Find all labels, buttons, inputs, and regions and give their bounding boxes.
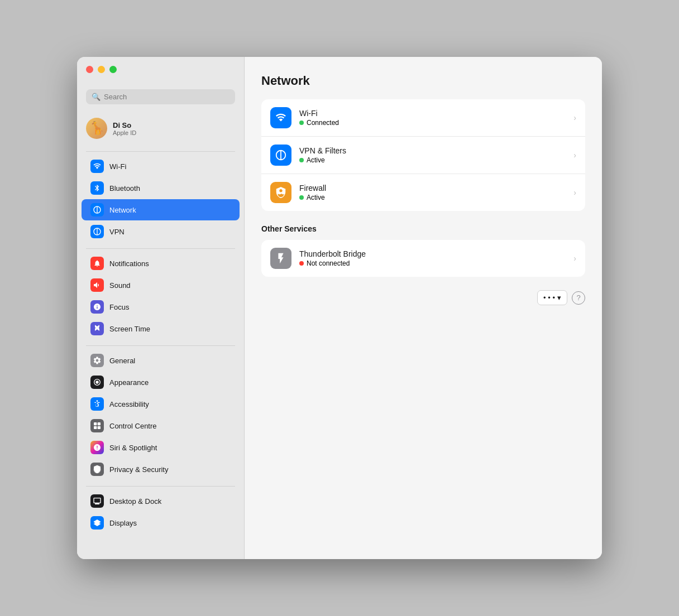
other-services-label: Other Services [261, 224, 585, 233]
sidebar: 🔍 🦒 Di So Apple ID Wi-Fi [77, 57, 245, 559]
vpn-service-icon [270, 145, 291, 166]
help-button-label: ? [576, 293, 580, 302]
sidebar-item-label-bluetooth: Bluetooth [109, 184, 140, 192]
wifi-status: Connected [299, 119, 566, 127]
wifi-status-dot [299, 121, 304, 125]
bottom-controls: • • • ▾ ? [261, 290, 585, 305]
divider-4 [86, 486, 235, 487]
firewall-info: Firewall Active [299, 184, 566, 201]
thunderbolt-status: Not connected [299, 259, 566, 267]
firewall-status: Active [299, 194, 566, 201]
sidebar-item-label-siri: Siri & Spotlight [109, 444, 157, 452]
vpn-icon [90, 225, 104, 238]
sidebar-group-system: General Appearance Acces [77, 349, 244, 480]
thunderbolt-icon [270, 248, 291, 269]
sidebar-item-label-displays: Displays [109, 519, 137, 527]
thunderbolt-chevron-icon: › [573, 254, 576, 263]
sidebar-item-privacy[interactable]: Privacy & Security [82, 459, 240, 480]
sidebar-item-label-notifications: Notifications [109, 259, 149, 268]
sidebar-item-siri[interactable]: Siri & Spotlight [82, 437, 240, 458]
sidebar-item-label-accessibility: Accessibility [109, 400, 149, 408]
network-item-vpn[interactable]: VPN & Filters Active › [261, 137, 585, 174]
svg-point-2 [97, 400, 98, 402]
sidebar-item-label-desktop: Desktop & Dock [109, 497, 161, 506]
sidebar-item-notifications[interactable]: Notifications [82, 253, 240, 274]
vpn-status-dot [299, 158, 304, 162]
vpn-info: VPN & Filters Active [299, 146, 566, 164]
maximize-button[interactable] [109, 66, 117, 73]
network-item-wifi[interactable]: Wi-Fi Connected › [261, 99, 585, 137]
notifications-icon [90, 257, 104, 270]
firewall-icon [270, 182, 291, 203]
search-input[interactable] [104, 93, 229, 101]
chevron-down-icon: ▾ [557, 293, 561, 302]
wifi-info: Wi-Fi Connected [299, 109, 566, 127]
sidebar-item-desktop[interactable]: Desktop & Dock [82, 490, 240, 512]
sidebar-item-displays[interactable]: Displays [82, 512, 240, 533]
vpn-name: VPN & Filters [299, 146, 566, 155]
user-section[interactable]: 🦒 Di So Apple ID [77, 113, 244, 148]
sidebar-item-focus[interactable]: Focus [82, 296, 240, 317]
sidebar-item-sound[interactable]: Sound [82, 275, 240, 296]
system-settings-window: 🔍 🦒 Di So Apple ID Wi-Fi [77, 57, 602, 559]
firewall-chevron-icon: › [573, 188, 576, 197]
help-button[interactable]: ? [572, 291, 585, 305]
svg-rect-4 [98, 422, 101, 425]
screentime-icon [90, 322, 104, 335]
sidebar-item-bluetooth[interactable]: Bluetooth [82, 177, 240, 199]
sidebar-item-label-appearance: Appearance [109, 378, 149, 387]
displays-icon [90, 516, 104, 530]
firewall-name: Firewall [299, 184, 566, 192]
sidebar-item-network[interactable]: Network [82, 199, 240, 220]
sidebar-item-wifi[interactable]: Wi-Fi [82, 156, 240, 177]
privacy-icon [90, 463, 104, 476]
more-button[interactable]: • • • ▾ [537, 290, 567, 305]
avatar: 🦒 [86, 118, 107, 139]
more-button-label: • • • [543, 293, 555, 302]
user-subtitle: Apple ID [113, 129, 136, 136]
sound-icon [90, 278, 104, 292]
bluetooth-icon [90, 181, 104, 195]
siri-icon [90, 441, 104, 454]
wifi-service-icon [270, 107, 291, 128]
sidebar-item-vpn[interactable]: VPN [82, 221, 240, 242]
minimize-button[interactable] [98, 66, 105, 73]
sidebar-item-label-network: Network [109, 206, 136, 214]
sidebar-item-label-controlcentre: Control Centre [109, 422, 157, 430]
sidebar-item-label-general: General [109, 357, 135, 365]
sidebar-item-controlcentre[interactable]: Control Centre [82, 415, 240, 436]
controlcentre-icon [90, 419, 104, 432]
sidebar-group-personal: Notifications Sound Focus [77, 252, 244, 340]
sidebar-item-screentime[interactable]: Screen Time [82, 318, 240, 339]
svg-rect-5 [94, 426, 97, 429]
search-icon: 🔍 [92, 93, 101, 101]
sidebar-item-label-vpn: VPN [109, 228, 125, 236]
sidebar-item-label-screentime: Screen Time [109, 325, 150, 333]
sidebar-item-general[interactable]: General [82, 350, 240, 371]
sidebar-item-label-privacy: Privacy & Security [109, 465, 168, 474]
search-bar[interactable]: 🔍 [86, 89, 235, 104]
sidebar-group-network: Wi-Fi Bluetooth Network [77, 155, 244, 243]
user-info: Di So Apple ID [113, 121, 136, 136]
wifi-chevron-icon: › [573, 113, 576, 122]
network-item-thunderbolt[interactable]: Thunderbolt Bridge Not connected › [261, 240, 585, 277]
focus-icon [90, 300, 104, 314]
divider-3 [86, 345, 235, 346]
close-button[interactable] [86, 66, 93, 73]
sidebar-item-accessibility[interactable]: Accessibility [82, 393, 240, 415]
main-content: Network Wi-Fi Connected › [245, 57, 602, 559]
divider-1 [86, 151, 235, 152]
svg-rect-6 [98, 426, 101, 429]
network-item-firewall[interactable]: Firewall Active › [261, 174, 585, 211]
sidebar-item-label-wifi: Wi-Fi [109, 162, 126, 171]
other-services-list: Thunderbolt Bridge Not connected › [261, 240, 585, 277]
thunderbolt-name: Thunderbolt Bridge [299, 249, 566, 258]
user-name: Di So [113, 121, 136, 129]
sidebar-group-display: Desktop & Dock Displays [77, 490, 244, 534]
thunderbolt-status-dot [299, 261, 304, 266]
divider-2 [86, 248, 235, 249]
sidebar-item-appearance[interactable]: Appearance [82, 372, 240, 393]
thunderbolt-info: Thunderbolt Bridge Not connected [299, 249, 566, 267]
page-title: Network [261, 74, 585, 88]
thunderbolt-status-text: Not connected [307, 259, 350, 267]
